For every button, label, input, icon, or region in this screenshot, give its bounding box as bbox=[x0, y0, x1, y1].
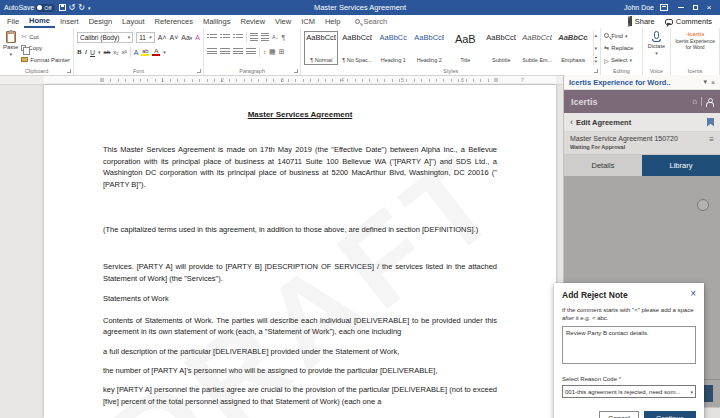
font-color-button[interactable]: A bbox=[152, 48, 160, 56]
tab-references[interactable]: References bbox=[150, 15, 198, 28]
strikethrough-button[interactable]: ab bbox=[104, 49, 111, 55]
paragraph-dialog-launcher[interactable] bbox=[294, 69, 298, 73]
document-page[interactable]: DRAFT Master Services Agreement This Mas… bbox=[44, 85, 556, 418]
dictate-button[interactable]: Dictate ▾ bbox=[646, 31, 667, 65]
tab-layout[interactable]: Layout bbox=[117, 15, 150, 28]
styles-gallery-more-icon[interactable]: ▾ bbox=[595, 57, 598, 64]
back-chevron-icon[interactable]: ‹ bbox=[570, 118, 573, 127]
restore-button[interactable] bbox=[688, 0, 702, 15]
pane-close-icon[interactable]: × bbox=[711, 79, 715, 86]
dialog-close-icon[interactable]: × bbox=[690, 290, 696, 298]
decrease-indent-icon[interactable] bbox=[250, 33, 258, 41]
document-heading[interactable]: Master Services Agreement bbox=[103, 110, 497, 119]
indent-marker-right[interactable] bbox=[494, 78, 498, 82]
paragraph-personnel-number[interactable]: the number of [PARTY A]'s personnel who … bbox=[103, 365, 497, 377]
styles-scroll-down-icon[interactable]: ▾ bbox=[595, 45, 598, 51]
styles-scroll-up-icon[interactable]: ▴ bbox=[595, 32, 598, 38]
home-icon[interactable]: ⌂ bbox=[692, 97, 697, 106]
copy-button[interactable]: Copy bbox=[21, 44, 70, 53]
close-button[interactable]: × bbox=[702, 0, 716, 15]
align-center-icon[interactable] bbox=[220, 48, 230, 56]
paragraph-statements-of-work[interactable]: Statements of Work bbox=[103, 293, 497, 305]
refresh-icon[interactable] bbox=[697, 199, 709, 211]
redo-icon[interactable]: ↻ bbox=[78, 3, 85, 12]
style-title[interactable]: AaBTitle bbox=[448, 31, 482, 65]
horizontal-ruler[interactable]: 1 2 3 4 5 6 7 bbox=[0, 76, 563, 85]
font-dialog-launcher[interactable] bbox=[197, 69, 201, 73]
replace-button[interactable]: ⇆Replace bbox=[604, 43, 638, 52]
tab-help[interactable]: Help bbox=[320, 15, 345, 28]
borders-icon[interactable]: ⊞ bbox=[279, 48, 285, 56]
minimize-button[interactable] bbox=[674, 0, 688, 15]
tab-design[interactable]: Design bbox=[84, 15, 117, 28]
tab-icm[interactable]: ICM bbox=[296, 15, 320, 28]
format-painter-button[interactable]: Format Painter bbox=[21, 55, 70, 64]
underline-button[interactable]: U bbox=[90, 49, 95, 56]
comments-button[interactable]: Comments bbox=[665, 17, 712, 26]
reject-note-textarea[interactable]: Review Party B contact details. bbox=[562, 326, 696, 364]
edit-agreement-header[interactable]: ‹ Edit Agreement bbox=[564, 113, 720, 132]
pilcrow-icon[interactable]: ¶ bbox=[281, 34, 285, 41]
indent-marker-left[interactable] bbox=[100, 78, 104, 82]
text-effects-button[interactable]: A bbox=[134, 49, 139, 56]
align-right-icon[interactable] bbox=[233, 48, 243, 56]
tab-library[interactable]: Library bbox=[642, 155, 720, 176]
font-family-select[interactable]: Calibri (Body)▾ bbox=[77, 32, 133, 43]
find-button[interactable]: Find▾ bbox=[604, 31, 638, 40]
paragraph-effective-date[interactable]: This Master Services Agreement is made o… bbox=[103, 144, 497, 190]
paragraph-key-personnel[interactable]: key [PARTY A] personnel the parties agre… bbox=[103, 384, 497, 407]
style-no-spacing[interactable]: AaBbCcDd¶ No Spac... bbox=[340, 31, 374, 65]
reason-code-select[interactable]: 001-this agreement is rejected, need som… bbox=[562, 385, 696, 398]
cancel-button[interactable]: Cancel bbox=[599, 411, 639, 418]
styles-dialog-launcher[interactable] bbox=[594, 69, 598, 73]
clear-formatting-button[interactable]: A bbox=[195, 34, 200, 41]
style-emphasis[interactable]: AaBbCcDdEmphasis bbox=[556, 31, 590, 65]
style-subtitle[interactable]: AaBbCcDSubtitle bbox=[484, 31, 518, 65]
style-normal[interactable]: AaBbCcDd¶ Normal bbox=[304, 31, 338, 65]
tab-details[interactable]: Details bbox=[564, 155, 642, 176]
user-name[interactable]: John Doe bbox=[624, 4, 654, 11]
highlight-button[interactable]: ab bbox=[141, 48, 149, 56]
tab-home[interactable]: Home bbox=[24, 15, 55, 28]
select-button[interactable]: ▷Select▾ bbox=[604, 56, 638, 65]
icertis-experience-button[interactable]: ·icertis Icertis Experience for Word bbox=[674, 31, 716, 65]
paragraph-contents[interactable]: Contents of Statements of Work. The part… bbox=[103, 315, 497, 338]
numbered-list-icon[interactable] bbox=[220, 33, 230, 41]
qat-customize-icon[interactable]: ▾ bbox=[88, 5, 91, 11]
tab-review[interactable]: Review bbox=[235, 15, 270, 28]
hamburger-menu-icon[interactable]: ≡ bbox=[709, 135, 714, 150]
ribbon-display-options-icon[interactable] bbox=[660, 4, 668, 11]
cut-button[interactable]: ✂Cut bbox=[21, 32, 70, 41]
paragraph-capitalized-terms[interactable]: (The capitalized terms used in this agre… bbox=[103, 224, 497, 236]
user-profile-icon[interactable] bbox=[706, 98, 713, 106]
superscript-button[interactable]: x² bbox=[122, 49, 127, 55]
paragraph-services[interactable]: Services. [PARTY A] will provide to [PAR… bbox=[103, 261, 497, 284]
bullet-list-icon[interactable] bbox=[207, 33, 217, 41]
clipboard-dialog-launcher[interactable] bbox=[67, 69, 71, 73]
line-spacing-icon[interactable]: ↕ bbox=[263, 49, 266, 55]
shrink-font-button[interactable]: A˅ bbox=[169, 34, 178, 41]
undo-icon[interactable]: ↺ bbox=[69, 3, 76, 12]
save-icon[interactable] bbox=[59, 4, 66, 11]
italic-button[interactable]: I bbox=[85, 48, 87, 56]
increase-indent-icon[interactable] bbox=[261, 33, 269, 41]
multilevel-list-icon[interactable] bbox=[233, 33, 243, 41]
pane-menu-icon[interactable]: ▾ bbox=[703, 78, 707, 86]
shading-icon[interactable]: ▦ bbox=[269, 48, 276, 56]
tab-view[interactable]: View bbox=[270, 15, 296, 28]
change-case-button[interactable]: Aa▾ bbox=[181, 34, 192, 41]
justify-icon[interactable] bbox=[246, 48, 256, 56]
grow-font-button[interactable]: A˄ bbox=[158, 34, 167, 41]
bold-button[interactable]: B bbox=[77, 48, 82, 56]
tab-insert[interactable]: Insert bbox=[55, 15, 84, 28]
sort-icon[interactable]: A↓ bbox=[272, 34, 278, 40]
autosave-toggle[interactable]: AutoSave Off bbox=[4, 4, 55, 12]
font-size-select[interactable]: 11▾ bbox=[136, 32, 155, 43]
share-button[interactable]: Share bbox=[628, 17, 655, 26]
align-left-icon[interactable] bbox=[207, 48, 217, 56]
style-heading-2[interactable]: AaBbCcEHeading 2 bbox=[412, 31, 446, 65]
tab-mailings[interactable]: Mailings bbox=[198, 15, 236, 28]
bookmark-icon[interactable] bbox=[707, 118, 714, 127]
paste-button[interactable]: Paste ▾ bbox=[3, 31, 18, 65]
continue-button[interactable]: Continue bbox=[644, 411, 696, 418]
